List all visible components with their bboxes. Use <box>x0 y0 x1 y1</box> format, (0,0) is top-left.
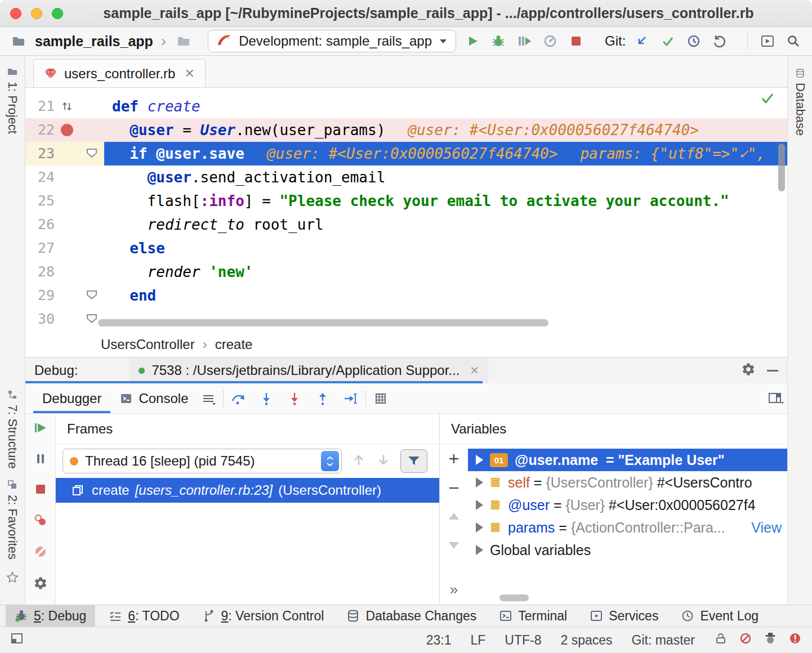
layout-menu-icon[interactable] <box>197 387 220 410</box>
git-update-button[interactable] <box>632 32 652 51</box>
run-configuration-select[interactable]: Development: sample_rails_app <box>208 30 456 52</box>
hector-inspector-icon[interactable] <box>764 632 777 648</box>
folder-icon[interactable] <box>174 32 193 51</box>
fold-slot[interactable] <box>79 284 104 307</box>
stop-debug-button[interactable] <box>34 482 47 498</box>
rollback-button[interactable] <box>710 32 729 51</box>
status-item[interactable]: UTF-8 <box>505 633 541 648</box>
editor-line-21[interactable]: 21def create <box>25 95 787 118</box>
code-text[interactable]: render 'new' <box>104 260 787 284</box>
breakpoint-icon[interactable] <box>61 124 73 136</box>
fold-slot[interactable] <box>79 236 104 260</box>
editor-line-28[interactable]: 28 render 'new' <box>25 260 787 284</box>
editor-line-25[interactable]: 25 flash[:info] = "Please check your ema… <box>25 189 787 213</box>
expand-triangle-icon[interactable] <box>476 500 483 510</box>
variables-horizontal-scrollbar[interactable] <box>499 594 529 601</box>
toolwindow-toggle-icon[interactable] <box>10 632 24 648</box>
rearrange-icon[interactable] <box>61 100 73 113</box>
fold-slot[interactable] <box>79 189 104 213</box>
grid-icon[interactable] <box>369 387 392 410</box>
resume-button[interactable] <box>33 421 48 437</box>
gutter-slot[interactable] <box>55 213 79 236</box>
editor-tab-users-controller[interactable]: users_controller.rb ✕ <box>33 59 206 87</box>
sidebar-item-structure[interactable]: 7: Structure <box>0 389 25 469</box>
restore-layout-icon[interactable] <box>765 387 787 410</box>
gutter-slot[interactable] <box>55 307 79 331</box>
fold-marker-icon[interactable] <box>87 290 97 299</box>
code-text[interactable]: if @user.save@user: #<User:0x000056027f4… <box>104 142 787 166</box>
variable-row[interactable]: @user = {User} #<User:0x000056027f4 <box>468 494 787 516</box>
code-editor[interactable]: 21def create22 @user = User.new(user_par… <box>25 88 787 332</box>
tab-console[interactable]: Console <box>110 383 197 413</box>
breadcrumb-class[interactable]: UsersController <box>101 337 195 352</box>
zoom-window-button[interactable] <box>52 8 63 19</box>
gutter-slot[interactable] <box>55 118 79 142</box>
variable-row[interactable]: params = {ActionController::Para...View <box>468 516 787 539</box>
fold-slot[interactable] <box>79 213 104 236</box>
sidebar-item-database[interactable]: Database <box>788 68 812 136</box>
code-text[interactable]: @user.send_activation_email <box>104 166 787 189</box>
star-icon[interactable] <box>0 571 25 584</box>
fold-slot[interactable] <box>79 260 104 284</box>
editor-line-29[interactable]: 29 end <box>25 284 787 307</box>
toolwindow-button-terminal[interactable]: Terminal <box>490 605 576 627</box>
hide-frames-filter-button[interactable] <box>400 449 427 473</box>
editor-horizontal-scrollbar[interactable] <box>98 319 548 326</box>
breadcrumb-method[interactable]: create <box>215 337 253 352</box>
gutter-slot[interactable] <box>55 166 79 189</box>
debugger-settings-gear-icon[interactable] <box>33 576 48 593</box>
toolwindow-button-database-changes[interactable]: Database Changes <box>337 605 485 627</box>
variable-row[interactable]: self = {UsersController} #<UsersContro <box>468 471 787 494</box>
close-session-icon[interactable]: ✕ <box>470 364 479 377</box>
pause-button[interactable] <box>34 452 47 468</box>
debug-session-tab[interactable]: 7538 : /Users/jetbrains/Library/Applicat… <box>130 357 488 383</box>
stop-button[interactable] <box>566 32 586 51</box>
run-button[interactable] <box>463 32 482 51</box>
code-text[interactable]: def create <box>104 95 787 118</box>
fold-marker-icon[interactable] <box>87 149 97 158</box>
readonly-lock-icon[interactable] <box>714 632 728 648</box>
debug-button[interactable] <box>489 32 508 51</box>
editor-line-24[interactable]: 24 @user.send_activation_email <box>25 166 787 189</box>
code-text[interactable]: redirect_to root_url <box>104 213 787 236</box>
toolwindow-button-event-log[interactable]: Event Log <box>672 605 768 627</box>
toolwindow-button-debug[interactable]: 5: Debug <box>6 605 95 627</box>
more-variables-actions-icon[interactable]: » <box>450 582 458 597</box>
expand-triangle-icon[interactable] <box>476 545 483 555</box>
code-text[interactable]: else <box>104 236 787 260</box>
gutter-slot[interactable] <box>55 284 79 307</box>
hide-panel-icon[interactable] <box>767 370 778 372</box>
status-item[interactable]: 2 spaces <box>560 633 612 648</box>
tab-debugger[interactable]: Debugger <box>33 383 110 413</box>
gutter-slot[interactable] <box>55 95 79 118</box>
profiler-button[interactable] <box>541 32 560 51</box>
frame-down-button[interactable] <box>376 452 391 470</box>
gutter-slot[interactable] <box>55 236 79 260</box>
expand-triangle-icon[interactable] <box>476 477 483 487</box>
remove-watch-button[interactable] <box>447 481 461 497</box>
view-breakpoints-button[interactable] <box>33 513 48 530</box>
fold-slot[interactable] <box>79 142 104 166</box>
fold-slot[interactable] <box>79 118 104 142</box>
editor-line-23[interactable]: 23 if @user.save@user: #<User:0x00005602… <box>25 142 787 166</box>
thread-selector[interactable]: Thread 16 [sleep] (pid 7545) <box>63 449 342 473</box>
toolwindow-button-todo[interactable]: 6: TODO <box>100 605 188 627</box>
gutter-slot[interactable] <box>55 189 79 213</box>
editor-vertical-scrollbar[interactable] <box>778 144 785 191</box>
force-step-into-icon[interactable] <box>283 387 306 410</box>
variable-row[interactable]: 01@user.name = "Example User" <box>468 449 787 471</box>
close-window-button[interactable] <box>10 8 21 19</box>
view-link[interactable]: View <box>746 516 782 539</box>
inspections-ok-icon[interactable] <box>760 91 775 109</box>
code-text[interactable]: @user = User.new(user_params)@user: #<Us… <box>104 118 787 142</box>
toolwindow-button-services[interactable]: Services <box>581 605 667 627</box>
editor-line-26[interactable]: 26 redirect_to root_url <box>25 213 787 236</box>
run-to-cursor-icon[interactable] <box>340 387 362 410</box>
move-up-button[interactable] <box>447 511 461 525</box>
highlighting-level-icon[interactable] <box>739 632 752 648</box>
stack-frame-row[interactable]: create [users_controller.rb:23] (UsersCo… <box>56 478 439 503</box>
add-watch-button[interactable] <box>447 452 461 468</box>
search-everywhere-icon[interactable] <box>784 32 803 51</box>
gutter-slot[interactable] <box>55 260 79 284</box>
editor-line-22[interactable]: 22 @user = User.new(user_params)@user: #… <box>25 118 787 142</box>
